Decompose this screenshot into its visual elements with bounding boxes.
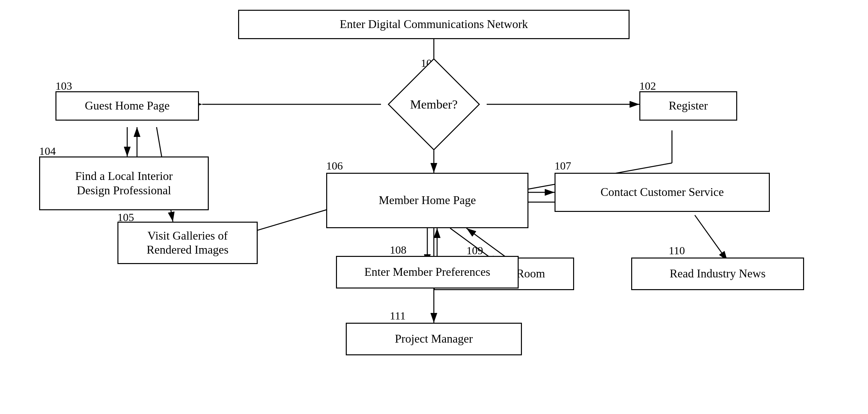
label-107: 107 [555, 160, 571, 172]
member-diamond-node: Member? [383, 72, 485, 137]
read-news-node: Read Industry News [631, 257, 804, 290]
enter-network-node: Enter Digital Communications Network [238, 10, 629, 39]
flowchart-diagram: Enter Digital Communications Network 101… [0, 0, 868, 414]
find-local-node: Find a Local Interior Design Professiona… [39, 157, 209, 210]
member-home-node: Member Home Page [326, 173, 528, 228]
svg-line-18 [695, 215, 727, 261]
enter-prefs-node: Enter Member Preferences [336, 256, 519, 288]
label-103: 103 [56, 80, 72, 92]
project-manager-node: Project Manager [346, 323, 522, 355]
visit-galleries-node: Visit Galleries of Rendered Images [118, 222, 258, 264]
label-109: 109 [466, 245, 483, 257]
label-104: 104 [39, 145, 56, 157]
guest-home-node: Guest Home Page [56, 91, 199, 121]
label-102: 102 [639, 80, 656, 92]
register-node: Register [639, 91, 737, 121]
label-106: 106 [326, 160, 343, 172]
label-110: 110 [669, 245, 685, 257]
label-108: 108 [390, 244, 406, 256]
label-111: 111 [390, 310, 405, 322]
contact-service-node: Contact Customer Service [555, 173, 770, 212]
